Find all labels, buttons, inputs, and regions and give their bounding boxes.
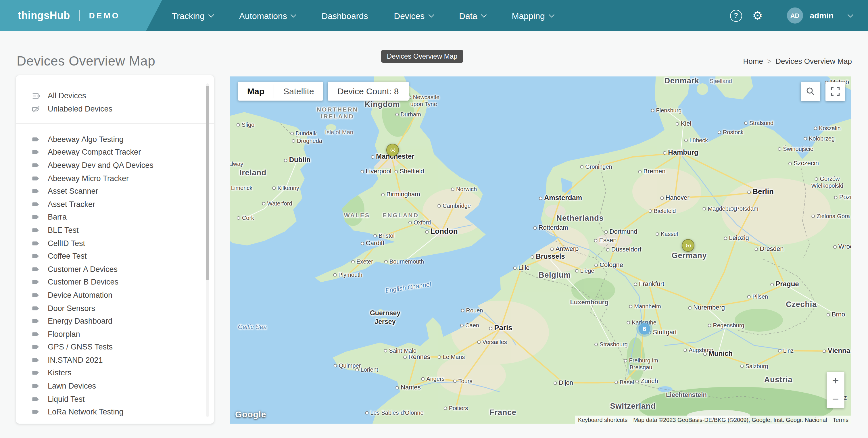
- nav-item-automations[interactable]: Automations: [239, 11, 296, 21]
- sidebar-group-label: Abeeway Compact Tracker: [48, 148, 141, 157]
- label-tag-icon: [31, 199, 41, 209]
- label-tag-icon: [31, 238, 41, 248]
- map-type-control: Map Satellite: [238, 82, 323, 101]
- breadcrumb-home[interactable]: Home: [743, 57, 763, 65]
- app-header: thingsHub DEMO TrackingAutomationsDashbo…: [0, 0, 868, 31]
- sidebar-divider: [16, 123, 214, 124]
- map-type-map-button[interactable]: Map: [238, 82, 274, 101]
- sidebar-item-label: Unlabeled Devices: [48, 104, 113, 113]
- sidebar-group-item[interactable]: Asset Tracker: [16, 198, 214, 211]
- sidebar-group-item[interactable]: CellID Test: [16, 237, 214, 250]
- sidebar-item-label: All Devices: [48, 91, 86, 100]
- terms-link[interactable]: Terms: [830, 416, 851, 423]
- sidebar-group-label: Asset Tracker: [48, 200, 95, 209]
- sidebar-group-label: Barra: [48, 213, 67, 222]
- sidebar-group-label: IN.STAND 2021: [48, 356, 103, 365]
- brand-logo[interactable]: thingsHub DEMO: [0, 0, 162, 31]
- sidebar-item-all-devices[interactable]: All Devices: [16, 89, 214, 102]
- map-marker-layer: 6: [230, 76, 851, 424]
- label-tag-icon: [31, 225, 41, 235]
- sidebar-group-label: Liquid Test: [48, 395, 85, 403]
- brand-name: thingsHub: [18, 9, 70, 22]
- nav-item-data[interactable]: Data: [459, 11, 486, 21]
- sidebar-group-item[interactable]: Asset Scanner: [16, 185, 214, 198]
- sidebar-group-item[interactable]: Energy Dashboard: [16, 315, 214, 327]
- sidebar-group-item[interactable]: Floorplan: [16, 327, 214, 341]
- chevron-down-icon: [549, 11, 554, 17]
- map-fullscreen-button[interactable]: [826, 82, 845, 101]
- nav-item-label: Data: [459, 11, 477, 21]
- map-search-button[interactable]: [801, 82, 820, 101]
- sidebar-group-label: Abeeway Algo Testing: [48, 135, 124, 144]
- label-tag-icon: [31, 368, 41, 378]
- sidebar-group-item[interactable]: Abeeway Micro Tracker: [16, 172, 214, 185]
- sidebar-group-label: Energy Dashboard: [48, 317, 113, 325]
- breadcrumb: Home > Devices Overview Map: [743, 57, 852, 65]
- sidebar-group-item[interactable]: Coffee Test: [16, 250, 214, 263]
- map-canvas[interactable]: KingdomNORTHERN IRELANDIrelandIsle of Ma…: [230, 76, 851, 424]
- label-tag-icon: [31, 381, 41, 391]
- scrollbar-thumb[interactable]: [206, 86, 209, 280]
- sidebar-group-item[interactable]: Device Automation: [16, 288, 214, 302]
- sidebar-group-label: Lawn Devices: [48, 382, 96, 390]
- sidebar-group-label: Asset Scanner: [48, 187, 98, 195]
- environment-badge: DEMO: [89, 11, 120, 20]
- sidebar-group-label: Door Sensors: [48, 304, 95, 312]
- sidebar-group-item[interactable]: Abeeway Algo Testing: [16, 133, 214, 146]
- device-marker[interactable]: [682, 239, 694, 252]
- nav-item-devices[interactable]: Devices: [394, 11, 433, 21]
- help-icon[interactable]: ?: [730, 9, 742, 22]
- page-title: Devices Overview Map: [17, 54, 155, 69]
- sidebar-group-item[interactable]: Barra: [16, 211, 214, 224]
- label-tag-icon: [31, 264, 41, 274]
- sidebar-group-label: Customer B Devices: [48, 278, 118, 286]
- sidebar-group-item[interactable]: IN.STAND 2021: [16, 353, 214, 367]
- avatar[interactable]: AD: [787, 7, 803, 24]
- google-logo[interactable]: Google: [235, 409, 266, 419]
- sidebar-group-label: LoRa Network Testing: [48, 408, 124, 416]
- sidebar-group-item[interactable]: Customer A Devices: [16, 263, 214, 276]
- label-tag-icon: [31, 212, 41, 222]
- main-nav: TrackingAutomationsDashboardsDevicesData…: [172, 0, 554, 31]
- nav-item-dashboards[interactable]: Dashboards: [321, 11, 368, 21]
- cluster-marker[interactable]: 6: [639, 323, 650, 335]
- device-marker[interactable]: [386, 144, 399, 156]
- breadcrumb-current: Devices Overview Map: [775, 57, 852, 65]
- label-tag-icon: [31, 134, 41, 144]
- sidebar-group-item[interactable]: LoRa Network Testing: [16, 406, 214, 418]
- nav-item-mapping[interactable]: Mapping: [512, 11, 554, 21]
- label-tag-icon: [31, 355, 41, 365]
- sidebar-group-item[interactable]: GPS / GNSS Tests: [16, 341, 214, 353]
- sidebar-group-label: Coffee Test: [48, 252, 87, 260]
- label-tag-icon: [31, 186, 41, 196]
- sidebar-group-item[interactable]: Customer B Devices: [16, 276, 214, 288]
- sidebar-group-item[interactable]: Liquid Test: [16, 393, 214, 406]
- brand-divider: [79, 10, 80, 21]
- label-tag-icon: [31, 394, 41, 404]
- map-type-satellite-button[interactable]: Satellite: [274, 82, 323, 101]
- sidebar-scrollbar[interactable]: [206, 83, 209, 417]
- sidebar-group-item[interactable]: Abeeway Compact Tracker: [16, 146, 214, 159]
- nav-item-tracking[interactable]: Tracking: [172, 11, 213, 21]
- chevron-down-icon: [481, 11, 487, 17]
- user-name[interactable]: admin: [810, 11, 834, 20]
- nav-item-label: Tracking: [172, 11, 205, 21]
- sidebar-group-item[interactable]: BLE Test: [16, 224, 214, 237]
- gear-icon[interactable]: ⚙: [752, 10, 763, 21]
- sidebar-group-label: Device Automation: [48, 291, 113, 300]
- label-tag-icon: [31, 173, 41, 183]
- zoom-in-button[interactable]: +: [827, 372, 844, 390]
- keyboard-shortcuts-link[interactable]: Keyboard shortcuts: [575, 416, 630, 423]
- nav-item-label: Mapping: [512, 11, 545, 21]
- search-icon: [805, 86, 816, 97]
- sidebar-group-item[interactable]: Door Sensors: [16, 302, 214, 314]
- sidebar-group-label: Customer A Devices: [48, 265, 118, 273]
- sidebar-group-item[interactable]: Abeeway Dev and QA Devices: [16, 159, 214, 171]
- zoom-out-button[interactable]: −: [827, 390, 844, 408]
- device-count-chip[interactable]: Device Count: 8: [328, 82, 408, 101]
- sidebar-group-item[interactable]: Kisters: [16, 367, 214, 379]
- sidebar-group-item[interactable]: Lawn Devices: [16, 380, 214, 393]
- sidebar-item-unlabeled-devices[interactable]: Unlabeled Devices: [16, 102, 214, 116]
- map-attribution: Keyboard shortcuts Map data ©2023 GeoBas…: [575, 415, 851, 424]
- user-chevron-down-icon[interactable]: [847, 11, 853, 17]
